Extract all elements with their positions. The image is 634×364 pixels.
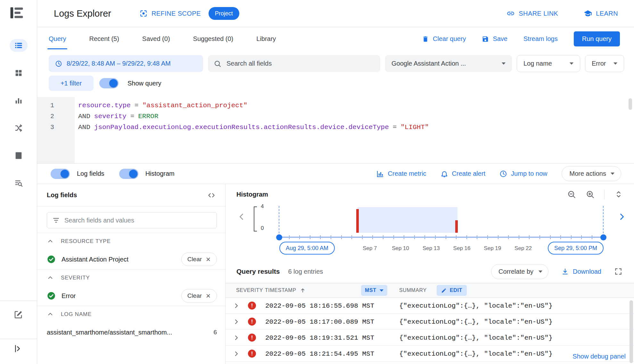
jump-to-now-button[interactable]: Jump to now bbox=[499, 170, 547, 178]
sidebar-item-compose[interactable] bbox=[13, 310, 23, 320]
log-fields-search[interactable] bbox=[47, 212, 217, 228]
link-icon bbox=[506, 9, 515, 18]
line-number: 2 bbox=[37, 111, 54, 122]
tab-library[interactable]: Library bbox=[256, 27, 276, 51]
create-alert-button[interactable]: Create alert bbox=[441, 170, 486, 178]
create-metric-button[interactable]: Create metric bbox=[376, 170, 426, 178]
query-editor[interactable]: 1 2 3 resource.type="assistant_action_pr… bbox=[37, 97, 634, 164]
tick-label: Sep 16 bbox=[453, 245, 471, 252]
correlate-by-button[interactable]: Correlate by bbox=[491, 264, 548, 279]
resource-filter-dropdown[interactable]: Google Assistant Action ... bbox=[385, 55, 512, 72]
histogram-bar bbox=[455, 220, 458, 233]
learn-button[interactable]: LEARN bbox=[584, 9, 618, 18]
editor-scrollbar[interactable] bbox=[629, 98, 632, 110]
log-name-item[interactable]: assistant_smarthome/assistant_smarthom..… bbox=[37, 322, 225, 342]
divider bbox=[604, 190, 605, 199]
project-scope-badge[interactable]: Project bbox=[209, 7, 239, 20]
code-brackets-icon[interactable] bbox=[207, 191, 216, 199]
log-name-dropdown[interactable]: Log name bbox=[517, 55, 580, 72]
range-end-chip[interactable]: Sep 29, 5:00 PM bbox=[548, 242, 604, 255]
resource-type-item[interactable]: Assistant Action Project Clear ✕ bbox=[37, 249, 225, 269]
save-button[interactable]: Save bbox=[482, 35, 507, 43]
range-start-chip[interactable]: Aug 29, 5:00 AM bbox=[279, 242, 335, 255]
slider-handle-start[interactable] bbox=[276, 234, 282, 240]
share-link-label: SHARE LINK bbox=[519, 10, 558, 17]
download-icon bbox=[561, 268, 569, 275]
zoom-out-icon[interactable] bbox=[567, 190, 576, 199]
tab-recent[interactable]: Recent (5) bbox=[89, 27, 119, 51]
tab-suggested[interactable]: Suggested (0) bbox=[193, 27, 234, 51]
run-query-button[interactable]: Run query bbox=[574, 31, 620, 46]
learn-icon bbox=[584, 9, 592, 18]
cloud-logging-logo[interactable] bbox=[8, 4, 25, 21]
timeline-track[interactable] bbox=[279, 237, 603, 238]
histogram-toggle-label: Histogram bbox=[145, 170, 175, 177]
expand-row-icon[interactable] bbox=[233, 302, 240, 310]
column-timestamp[interactable]: TIMESTAMP bbox=[265, 283, 306, 297]
sidebar-item-logs-dashboard[interactable] bbox=[10, 67, 28, 79]
sidebar-item-logs-storage[interactable] bbox=[10, 149, 28, 162]
section-log-name[interactable]: LOG NAME bbox=[37, 306, 225, 322]
fullscreen-icon[interactable] bbox=[614, 267, 622, 276]
severity-dropdown[interactable]: Error bbox=[585, 55, 624, 72]
sidebar-item-metrics[interactable] bbox=[10, 94, 28, 107]
expand-row-icon[interactable] bbox=[233, 334, 240, 342]
timezone-dropdown[interactable]: MST bbox=[361, 283, 387, 297]
collapse-panel-icon[interactable] bbox=[13, 344, 23, 353]
tab-query[interactable]: Query bbox=[49, 27, 66, 51]
more-actions-button[interactable]: More actions bbox=[562, 166, 622, 181]
unfold-icon[interactable] bbox=[614, 190, 623, 199]
log-entry-row[interactable]: ! 2022-09-05 18:19:31.521 MST {"executio… bbox=[226, 330, 634, 346]
column-summary[interactable]: SUMMARY bbox=[399, 283, 427, 297]
section-resource-type[interactable]: RESOURCE TYPE bbox=[37, 233, 225, 249]
search-all-fields[interactable] bbox=[208, 55, 380, 72]
section-severity[interactable]: SEVERITY bbox=[37, 269, 225, 286]
page-header: Logs Explorer REFINE SCOPE Project SHARE… bbox=[37, 0, 634, 27]
severity-item[interactable]: Error Clear ✕ bbox=[37, 286, 225, 306]
slider-handle-end[interactable] bbox=[600, 234, 606, 240]
stream-logs-button[interactable]: Stream logs bbox=[523, 35, 558, 43]
zoom-in-icon[interactable] bbox=[586, 190, 595, 199]
clear-severity-filter-button[interactable]: Clear ✕ bbox=[181, 289, 217, 303]
results-scrollbar[interactable] bbox=[630, 300, 633, 363]
download-button[interactable]: Download bbox=[561, 268, 601, 275]
resource-type-value: Assistant Action Project bbox=[62, 256, 128, 263]
extra-filter-chip[interactable]: +1 filter bbox=[49, 76, 94, 91]
search-all-fields-input[interactable] bbox=[226, 60, 375, 67]
histogram-plot[interactable] bbox=[279, 206, 603, 233]
histogram-prev-icon[interactable] bbox=[237, 212, 246, 221]
clear-resource-filter-button[interactable]: Clear ✕ bbox=[181, 253, 217, 266]
expand-row-icon[interactable] bbox=[233, 350, 240, 358]
histogram-title: Histogram bbox=[236, 191, 268, 198]
refine-scope-button[interactable]: REFINE SCOPE bbox=[139, 9, 201, 18]
show-debug-panel-link[interactable]: Show debug panel bbox=[572, 353, 626, 360]
histogram-tools bbox=[567, 190, 623, 199]
sidebar-item-log-router[interactable] bbox=[10, 122, 28, 134]
log-fields-search-input[interactable] bbox=[64, 217, 211, 224]
show-query-toggle[interactable] bbox=[99, 78, 119, 88]
sidebar-item-logs-explorer[interactable] bbox=[10, 39, 28, 52]
severity-heading: SEVERITY bbox=[61, 275, 90, 281]
histogram-toggle[interactable] bbox=[119, 169, 138, 179]
time-range-chip[interactable]: 8/29/22, 8:48 AM – 9/29/22, 9:48 AM bbox=[49, 55, 203, 72]
tab-saved[interactable]: Saved (0) bbox=[142, 27, 170, 51]
clear-query-button[interactable]: Clear query bbox=[422, 35, 466, 43]
log-fields-toggle[interactable] bbox=[51, 169, 70, 179]
clock-icon bbox=[499, 170, 507, 178]
histogram-next-icon[interactable] bbox=[617, 212, 626, 221]
share-link-button[interactable]: SHARE LINK bbox=[506, 9, 558, 18]
sidebar-divider bbox=[0, 339, 37, 339]
expand-row-icon[interactable] bbox=[233, 318, 240, 326]
column-severity[interactable]: SEVERITY bbox=[236, 283, 263, 297]
tick-label: Sep 13 bbox=[423, 245, 440, 252]
edit-summary-button[interactable]: EDIT bbox=[437, 283, 467, 297]
tick-label: Sep 7 bbox=[363, 245, 377, 252]
edit-label: EDIT bbox=[450, 287, 462, 293]
pencil-icon bbox=[441, 288, 447, 293]
line-number: 1 bbox=[37, 100, 54, 111]
sidebar-item-log-analytics[interactable] bbox=[10, 177, 28, 190]
log-entry-row[interactable]: ! 2022-09-05 18:17:00.089 MST {"executio… bbox=[226, 314, 634, 330]
query-tabbar: Query Recent (5) Saved (0) Suggested (0)… bbox=[37, 27, 634, 51]
log-entry-row[interactable]: ! 2022-09-05 18:16:55.698 MST {"executio… bbox=[226, 298, 634, 314]
row-timestamp: 2022-09-05 18:21:54.495 MST bbox=[265, 350, 374, 357]
